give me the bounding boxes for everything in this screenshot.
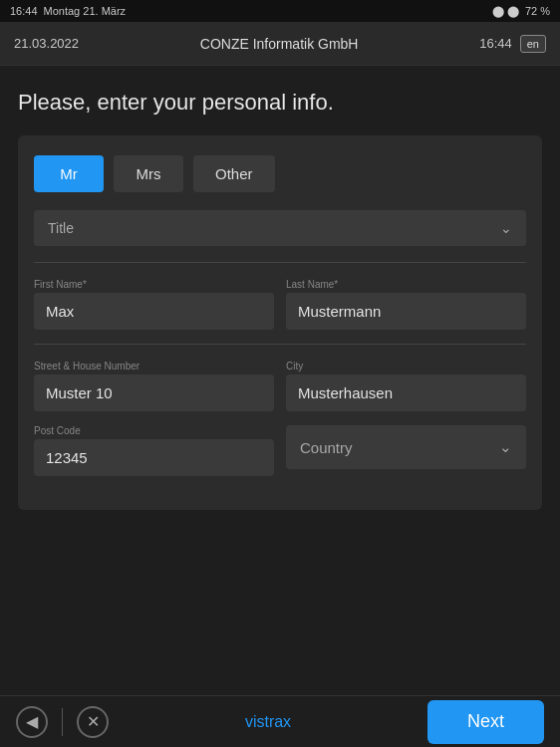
salutation-row: Mr Mrs Other xyxy=(34,155,526,192)
name-row: First Name* Last Name* xyxy=(34,279,526,330)
next-button[interactable]: Next xyxy=(427,700,544,744)
header-time: 16:44 xyxy=(479,36,512,51)
postcode-country-row: Post Code Country ⌄ xyxy=(34,425,526,476)
first-name-input[interactable] xyxy=(34,293,274,330)
title-dropdown[interactable]: Title ⌄ xyxy=(34,210,526,246)
title-dropdown-label: Title xyxy=(48,220,74,236)
bottom-left-controls: ◀ ✕ xyxy=(16,706,109,738)
postcode-input[interactable] xyxy=(34,439,274,476)
address-row: Street & House Number City xyxy=(34,361,526,411)
last-name-group: Last Name* xyxy=(286,279,526,330)
country-placeholder: Country xyxy=(300,439,353,456)
battery-status: 72 % xyxy=(525,5,550,17)
back-button[interactable]: ◀ xyxy=(16,706,48,738)
salutation-mrs-button[interactable]: Mrs xyxy=(114,155,183,192)
page-title: Please, enter your personal info. xyxy=(18,90,542,116)
country-chevron-icon: ⌄ xyxy=(499,438,512,456)
postcode-label: Post Code xyxy=(34,425,274,436)
country-group: Country ⌄ xyxy=(286,425,526,476)
divider-1 xyxy=(34,262,526,263)
city-group: City xyxy=(286,361,526,411)
city-label: City xyxy=(286,361,526,372)
street-input[interactable] xyxy=(34,374,274,411)
status-time: 16:44 xyxy=(10,5,38,17)
header-bar: 21.03.2022 CONZE Informatik GmbH 16:44 e… xyxy=(0,22,560,66)
form-card: Mr Mrs Other Title ⌄ First Name* Last Na… xyxy=(18,135,542,510)
country-dropdown[interactable]: Country ⌄ xyxy=(286,425,526,469)
status-bar: 16:44 Montag 21. März ⬤ ⬤ 72 % xyxy=(0,0,560,22)
bottom-bar: ◀ ✕ vistrax Next xyxy=(0,695,560,747)
first-name-group: First Name* xyxy=(34,279,274,330)
brand-label: vistrax xyxy=(109,713,427,731)
bottom-bar-divider xyxy=(62,708,63,736)
divider-2 xyxy=(34,344,526,345)
postcode-group: Post Code xyxy=(34,425,274,476)
close-icon: ✕ xyxy=(87,712,100,731)
city-input[interactable] xyxy=(286,374,526,411)
last-name-input[interactable] xyxy=(286,293,526,330)
salutation-mr-button[interactable]: Mr xyxy=(34,155,104,192)
street-group: Street & House Number xyxy=(34,361,274,411)
language-button[interactable]: en xyxy=(520,35,546,53)
first-name-label: First Name* xyxy=(34,279,274,290)
page-content: Please, enter your personal info. Mr Mrs… xyxy=(0,66,560,695)
header-date: 21.03.2022 xyxy=(14,36,79,51)
header-title: CONZE Informatik GmbH xyxy=(200,36,359,52)
close-button[interactable]: ✕ xyxy=(77,706,109,738)
wifi-icon: ⬤ ⬤ xyxy=(492,5,519,18)
street-label: Street & House Number xyxy=(34,361,274,372)
back-icon: ◀ xyxy=(26,712,38,731)
status-day: Montag 21. März xyxy=(44,5,127,17)
salutation-other-button[interactable]: Other xyxy=(193,155,275,192)
last-name-label: Last Name* xyxy=(286,279,526,290)
title-chevron-icon: ⌄ xyxy=(500,220,512,236)
